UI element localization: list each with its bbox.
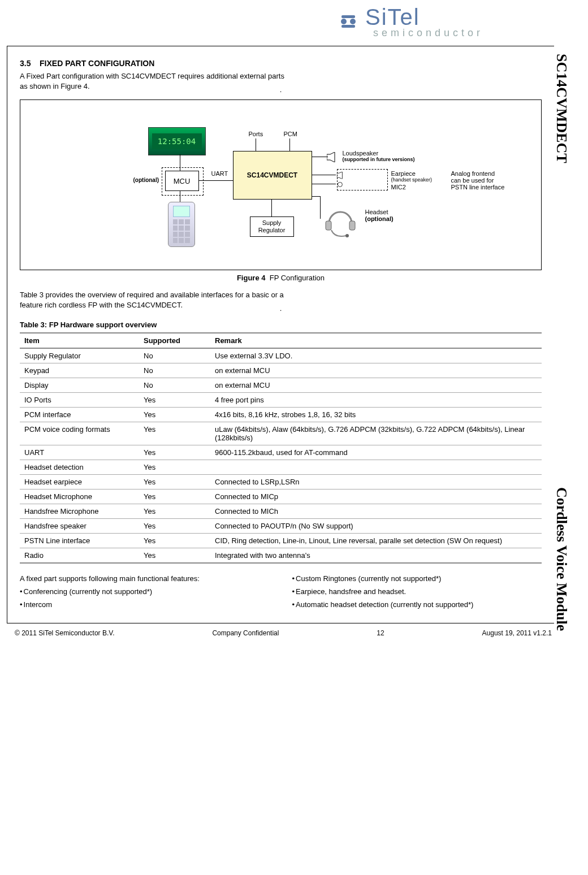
label-afe3: PSTN line interface xyxy=(451,184,505,190)
label-headset-note: (optional) xyxy=(365,215,394,222)
svg-marker-8 xyxy=(336,172,342,179)
cell-supported: Yes xyxy=(139,519,210,534)
table-row: DisplayNoon external MCU xyxy=(20,378,542,393)
cell-remark: Connected to LSRp,LSRn xyxy=(210,475,542,490)
cell-remark: uLaw (64kbits/s), Alaw (64kbits/s), G.72… xyxy=(210,422,542,445)
features-lead: A fixed part supports following main fun… xyxy=(20,574,270,584)
footer-page: 12 xyxy=(377,629,384,637)
logo-top: SiTel xyxy=(365,5,420,29)
table-row: Supply RegulatorNoUse external 3.3V LDO. xyxy=(20,348,542,363)
label-headset: Headset xyxy=(365,209,388,215)
figure-caption-text: FP Configuration xyxy=(270,274,325,282)
cell-supported: Yes xyxy=(139,534,210,548)
lcd-text: 12:55:04 xyxy=(152,133,202,149)
cell-item: PSTN Line interface xyxy=(20,534,139,548)
cell-remark: Integrated with two antenna's xyxy=(210,548,542,564)
svg-rect-3 xyxy=(341,15,355,18)
cell-supported: Yes xyxy=(139,445,210,460)
cell-remark: Connected to MICp xyxy=(210,490,542,504)
figure-caption-label: Figure 4 xyxy=(237,274,266,282)
table-row: Headset earpieceYesConnected to LSRp,LSR… xyxy=(20,475,542,490)
figure-4-box: 12:55:04 xyxy=(20,99,542,270)
label-afe1: Analog frontend xyxy=(451,170,495,177)
cell-item: PCM interface xyxy=(20,408,139,422)
label-loudspeaker-note: (supported in future versions) xyxy=(343,157,415,162)
table-row: KeypadNoon external MCU xyxy=(20,363,542,378)
table-row: Handsfree speakerYesConnected to PAOUTP/… xyxy=(20,519,542,534)
label-optional: (optional) xyxy=(133,177,159,183)
cell-supported: No xyxy=(139,348,210,363)
label-earpiece: Earpiece xyxy=(391,170,416,177)
label-loudspeaker: Loudspeaker xyxy=(343,150,379,157)
cell-supported: No xyxy=(139,363,210,378)
svg-rect-2 xyxy=(341,25,355,28)
table-row: PCM voice coding formatsYesuLaw (64kbits… xyxy=(20,422,542,445)
cell-remark: 4 free port pins xyxy=(210,393,542,408)
section-heading: 3.5 FIXED PART CONFIGURATION xyxy=(20,59,542,68)
label-mic2: MIC2 xyxy=(391,184,406,190)
cell-supported: Yes xyxy=(139,460,210,475)
brand-logo: SiTel semiconductor xyxy=(7,5,560,42)
cell-supported: Yes xyxy=(139,475,210,490)
cell-item: IO Ports xyxy=(20,393,139,408)
hardware-table: Item Supported Remark Supply RegulatorNo… xyxy=(20,332,542,564)
section-title-text: FIXED PART CONFIGURATION xyxy=(40,59,154,68)
cell-item: Display xyxy=(20,378,139,393)
table-row: IO PortsYes4 free port pins xyxy=(20,393,542,408)
mic2-icon xyxy=(336,181,344,189)
cell-item: Keypad xyxy=(20,363,139,378)
footer-date: August 19, 2011 v1.2.1 xyxy=(482,629,552,637)
table-row: PCM interfaceYes4x16 bits, 8,16 kHz, str… xyxy=(20,408,542,422)
cell-remark: on external MCU xyxy=(210,378,542,393)
cell-remark: Connected to MICh xyxy=(210,504,542,519)
feature-item: Conferencing (currently not supported*) xyxy=(20,587,270,597)
cell-supported: Yes xyxy=(139,548,210,564)
svg-rect-5 xyxy=(349,221,355,230)
cell-supported: No xyxy=(139,378,210,393)
th-remark: Remark xyxy=(210,333,542,348)
cell-remark: 4x16 bits, 8,16 kHz, strobes 1,8, 16, 32… xyxy=(210,408,542,422)
footer-confidential: Company Confidential xyxy=(212,629,279,637)
label-pcm: PCM xyxy=(284,131,297,137)
cell-remark: 9600-115.2kbaud, used for AT-command xyxy=(210,445,542,460)
table-row: Headset MicrophoneYesConnected to MICp xyxy=(20,490,542,504)
cell-item: Handsfree speaker xyxy=(20,519,139,534)
side-label-subtitle: Cordless Voice Module xyxy=(553,487,570,631)
th-item: Item xyxy=(20,333,139,348)
headset-icon xyxy=(323,207,357,239)
table-row: PSTN Line interfaceYesCID, Ring detectio… xyxy=(20,534,542,548)
supply-regulator-block: Supply Regulator xyxy=(250,216,294,237)
section-number: 3.5 xyxy=(20,59,31,68)
cell-item: Headset earpiece xyxy=(20,475,139,490)
loudspeaker-icon xyxy=(327,152,337,162)
label-ports: Ports xyxy=(249,131,263,137)
cell-supported: Yes xyxy=(139,490,210,504)
svg-point-6 xyxy=(345,234,349,237)
cell-supported: Yes xyxy=(139,408,210,422)
feature-item: Automatic headset detection (currently n… xyxy=(292,600,542,610)
feature-item: Custom Ringtones (currently not supporte… xyxy=(292,574,542,584)
side-label-product: SC14CVMDECT xyxy=(553,54,570,163)
cell-item: Headset detection xyxy=(20,460,139,475)
svg-marker-7 xyxy=(327,152,335,162)
cell-item: Handsfree Microphone xyxy=(20,504,139,519)
cell-supported: Yes xyxy=(139,504,210,519)
table-row: Handsfree MicrophoneYesConnected to MICh xyxy=(20,504,542,519)
cell-supported: Yes xyxy=(139,422,210,445)
table-row: Headset detectionYes xyxy=(20,460,542,475)
table-row: UARTYes9600-115.2kbaud, used for AT-comm… xyxy=(20,445,542,460)
lcd-icon: 12:55:04 xyxy=(148,127,206,155)
feature-item: Intercom xyxy=(20,600,270,610)
earpiece-icon xyxy=(336,172,344,180)
feature-item: Earpiece, handsfree and headset. xyxy=(292,587,542,597)
table-row: RadioYesIntegrated with two antenna's xyxy=(20,548,542,564)
th-supported: Supported xyxy=(139,333,210,348)
page-footer: © 2011 SiTel Semiconductor B.V. Company … xyxy=(7,628,560,637)
label-uart: UART xyxy=(211,170,228,177)
svg-point-9 xyxy=(338,182,342,187)
svg-point-1 xyxy=(350,19,356,24)
cell-remark: CID, Ring detection, Line-in, Linout, Li… xyxy=(210,534,542,548)
figure-caption: Figure 4 FP Configuration xyxy=(20,274,542,282)
svg-point-0 xyxy=(341,19,347,24)
cell-item: PCM voice coding formats xyxy=(20,422,139,445)
